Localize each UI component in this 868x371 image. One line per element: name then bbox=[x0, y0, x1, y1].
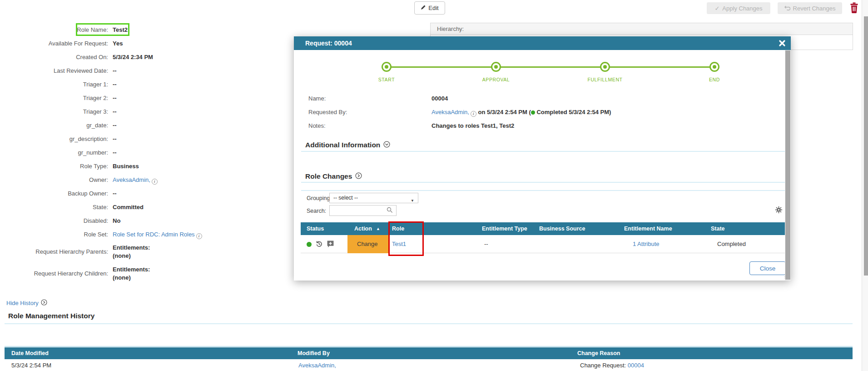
history-cell-request-link[interactable]: 00004 bbox=[628, 362, 644, 369]
role-changes-title: Role Changes bbox=[305, 172, 352, 180]
field-value: -- bbox=[113, 149, 117, 157]
edit-button-label: Edit bbox=[428, 5, 438, 11]
history-table-row: 5/3/24 2:54 PM AveksaAdmin, Change Reque… bbox=[5, 359, 853, 371]
completed-dot-icon bbox=[531, 110, 535, 115]
field-label: gr_number: bbox=[0, 149, 108, 157]
modal-scrollbar-thumb[interactable] bbox=[785, 50, 790, 280]
search-icon[interactable] bbox=[387, 207, 393, 215]
field-label: Disabled: bbox=[0, 217, 108, 225]
field-label: Owner: bbox=[0, 176, 108, 184]
field-triager-1: Triager 1:-- bbox=[0, 80, 291, 89]
history-table-header: Date Modified Modified By Change Reason bbox=[5, 347, 853, 359]
field-value: -- bbox=[113, 67, 117, 75]
history-section-title: Role Management History bbox=[8, 312, 94, 320]
field-value-2: (none) bbox=[113, 274, 131, 281]
col-entitlement-type[interactable]: Entitlement Type bbox=[482, 222, 527, 235]
role-set-link[interactable]: Role Set for RDC: Admin Roles bbox=[113, 231, 195, 238]
owner-link[interactable]: AveksaAdmin, bbox=[113, 176, 150, 183]
history-clock-icon[interactable] bbox=[315, 240, 323, 248]
role-changes-table: Status Action▲ Role Entitlement Type Bus… bbox=[301, 222, 785, 253]
history-cell-reason-prefix: Change Request: bbox=[580, 362, 626, 369]
field-available-for-request: Available For Request:Yes bbox=[0, 40, 291, 48]
field-last-reviewed-date: Last Reviewed Date:-- bbox=[0, 67, 291, 75]
field-gr-description: gr_description:-- bbox=[0, 135, 291, 143]
field-label: Available For Request: bbox=[0, 40, 108, 48]
workflow-step-fulfillment-label: FULFILLMENT bbox=[569, 77, 641, 82]
field-gr-number: gr_number:-- bbox=[0, 149, 291, 157]
additional-information-section[interactable]: Additional Information bbox=[305, 140, 390, 150]
requested-by-user-link[interactable]: AveksaAdmin, bbox=[432, 109, 469, 115]
history-col-date-modified[interactable]: Date Modified bbox=[11, 347, 49, 359]
col-action[interactable]: Action▲ bbox=[354, 222, 380, 235]
field-request-hierarchy-parents-value: Entitlements:(none) bbox=[0, 244, 291, 252]
divider bbox=[301, 151, 785, 152]
field-value: Business bbox=[113, 162, 139, 170]
workflow-step-approval-dot bbox=[491, 62, 501, 72]
field-value: No bbox=[113, 217, 120, 225]
col-action-label: Action bbox=[354, 226, 372, 232]
add-comment-icon[interactable] bbox=[327, 240, 334, 248]
info-icon[interactable]: i bbox=[152, 179, 158, 185]
field-value: -- bbox=[113, 108, 117, 116]
info-icon[interactable]: i bbox=[471, 111, 476, 117]
delete-role-trash-icon[interactable] bbox=[850, 2, 858, 13]
history-cell-modified-by-link[interactable]: AveksaAdmin, bbox=[298, 362, 336, 369]
requested-completed-text: Completed 5/3/24 2:54 PM) bbox=[536, 109, 611, 115]
hierarchy-label: Hierarchy: bbox=[437, 25, 464, 32]
status-green-dot-icon bbox=[307, 242, 312, 247]
field-value: -- bbox=[113, 190, 117, 198]
history-col-change-reason[interactable]: Change Reason bbox=[577, 347, 620, 359]
request-name-label: Name: bbox=[308, 95, 326, 102]
revert-changes-label: Revert Changes bbox=[793, 5, 836, 12]
workflow-step-approval-label: APPROVAL bbox=[460, 77, 532, 82]
workflow-progress-line bbox=[387, 66, 714, 68]
request-modal: Request: 00004 START APPROVAL FULFILLMEN… bbox=[294, 36, 791, 281]
modal-scrollbar[interactable] bbox=[785, 50, 791, 281]
field-owner: Owner:AveksaAdmin,i bbox=[0, 176, 291, 184]
cell-entitlement-type: -- bbox=[484, 235, 488, 253]
hide-history-label: Hide History bbox=[6, 300, 39, 306]
close-icon[interactable] bbox=[778, 40, 786, 48]
request-name-row: Name: 00004 bbox=[308, 95, 781, 103]
cell-state: Completed bbox=[717, 235, 746, 253]
notes-value: Changes to roles Test1, Test2 bbox=[432, 122, 514, 130]
close-button[interactable]: Close bbox=[749, 261, 786, 275]
grouping-select[interactable]: -- select -- ▼ bbox=[329, 193, 418, 203]
revert-changes-button[interactable]: Revert Changes bbox=[778, 2, 842, 14]
field-value: -- bbox=[113, 80, 117, 89]
field-label: gr_description: bbox=[0, 135, 108, 143]
col-status[interactable]: Status bbox=[307, 222, 324, 235]
cell-entitlement-name-link[interactable]: 1 Attribute bbox=[633, 241, 660, 247]
role-changes-table-header: Status Action▲ Role Entitlement Type Bus… bbox=[301, 222, 785, 235]
gear-icon[interactable] bbox=[774, 206, 783, 214]
field-label: Role Set: bbox=[0, 231, 108, 239]
grouping-selected-value: -- select -- bbox=[333, 195, 358, 201]
history-col-modified-by[interactable]: Modified By bbox=[298, 347, 330, 359]
page-scrollbar-thumb[interactable] bbox=[864, 16, 868, 276]
field-backup-owner: Backup Owner:-- bbox=[0, 190, 291, 198]
col-business-source[interactable]: Business Source bbox=[539, 222, 585, 235]
field-triager-2: Triager 2:-- bbox=[0, 94, 291, 102]
annotation-box-role-column bbox=[388, 221, 424, 256]
page-scrollbar[interactable] bbox=[862, 0, 868, 371]
hide-history-link[interactable]: Hide History bbox=[6, 299, 47, 307]
apply-changes-button[interactable]: ✓ Apply Changes bbox=[707, 2, 770, 14]
field-label: Created On: bbox=[0, 53, 108, 61]
cell-action: Change bbox=[347, 235, 388, 253]
edit-button[interactable]: Edit bbox=[414, 1, 445, 15]
field-role-set: Role Set:Role Set for RDC: Admin Rolesi bbox=[0, 231, 291, 239]
request-notes-row: Notes: Changes to roles Test1, Test2 bbox=[308, 122, 781, 130]
info-icon[interactable]: i bbox=[196, 233, 202, 239]
request-modal-title: Request: 00004 bbox=[305, 40, 352, 47]
field-value: -- bbox=[113, 135, 117, 143]
hierarchy-panel-header: Hierarchy: bbox=[430, 23, 853, 35]
field-value: -- bbox=[113, 94, 117, 102]
request-requested-by-row: Requested By: AveksaAdmin,i on 5/3/24 2:… bbox=[308, 108, 781, 116]
role-changes-section[interactable]: Role Changes bbox=[305, 172, 362, 181]
col-state[interactable]: State bbox=[711, 222, 725, 235]
field-value: 5/3/24 2:34 PM bbox=[113, 53, 153, 61]
col-entitlement-name[interactable]: Entitlement Name bbox=[624, 222, 672, 235]
pencil-icon bbox=[421, 5, 426, 11]
chevron-circle-icon bbox=[41, 299, 47, 307]
field-role-type: Role Type:Business bbox=[0, 162, 291, 170]
